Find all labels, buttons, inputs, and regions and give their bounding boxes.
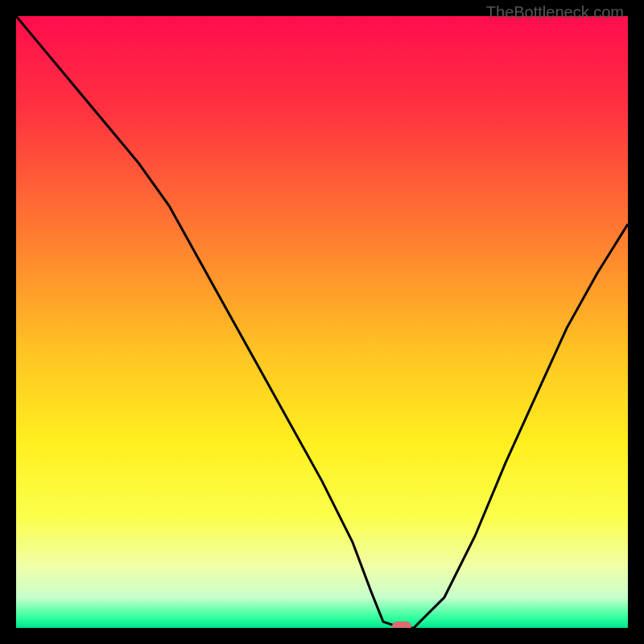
plot-area [16, 16, 628, 628]
bottleneck-curve [16, 16, 628, 628]
optimal-marker [392, 621, 411, 628]
watermark-text: TheBottleneck.com [486, 3, 624, 22]
chart-container: TheBottleneck.com [0, 0, 644, 644]
